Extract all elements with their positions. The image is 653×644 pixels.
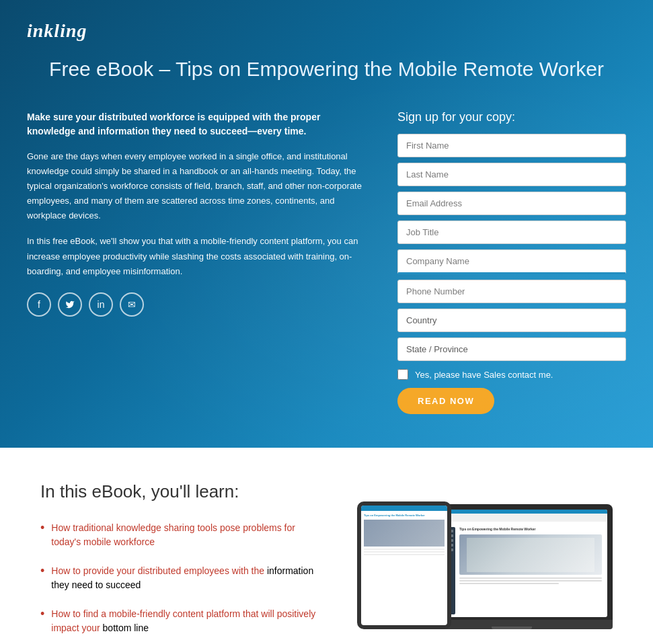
lower-title: In this eBook, you'll learn: (40, 481, 317, 502)
list-item-text-cont: bottom line (103, 622, 149, 633)
devices-mockup: Tips on Empowering the Mobile Remote Wor… (357, 481, 613, 629)
phone-number-field (397, 280, 626, 303)
phone-number-input[interactable] (397, 280, 626, 303)
list-item: How traditional knowledge sharing tools … (40, 521, 317, 549)
list-item-link-2[interactable]: How to provide your distributed employee… (51, 565, 264, 576)
tablet-line-3 (364, 554, 445, 555)
list-item: How to provide your distributed employee… (40, 564, 317, 592)
form-title: Sign up for your copy: (397, 110, 626, 124)
list-item-text: How traditional knowledge sharing tools … (51, 521, 317, 549)
job-title-input[interactable] (397, 220, 626, 244)
first-name-field (397, 134, 626, 157)
state-select[interactable]: State / Province California New York Tex… (397, 337, 626, 361)
hero-left: Make sure your distributed workforce is … (27, 110, 364, 317)
hero-para2: In this free eBook, we'll show you that … (27, 234, 364, 278)
lower-section: In this eBook, you'll learn: How traditi… (0, 448, 653, 644)
company-name-input[interactable] (397, 249, 626, 274)
logo: inkling (27, 20, 626, 42)
tablet-mockup: Tips on Empowering the Mobile Remote Wor… (357, 501, 451, 629)
laptop-text-line-1 (459, 577, 602, 579)
last-name-field (397, 163, 626, 186)
hero-section: inkling Free eBook – Tips on Empowering … (0, 0, 653, 448)
tablet-title: Tips on Empowering the Mobile Remote Wor… (364, 514, 445, 518)
hero-form-panel: Sign up for your copy: Country (397, 110, 626, 414)
laptop-main-title: Tips on Empowering the Mobile Remote Wor… (459, 527, 602, 532)
laptop-text-line-2 (459, 580, 602, 581)
email-icon[interactable]: ✉ (120, 292, 144, 317)
last-name-input[interactable] (397, 163, 626, 186)
list-item: How to find a mobile-friendly content pl… (40, 607, 317, 635)
sales-contact-row: Yes, please have Sales contact me. (397, 369, 626, 380)
sales-contact-checkbox[interactable] (397, 369, 408, 380)
list-item-text: How to provide your distributed employee… (51, 564, 317, 592)
sales-contact-label: Yes, please have Sales contact me. (415, 370, 553, 380)
country-select[interactable]: Country United States United Kingdom Can… (397, 309, 626, 332)
list-item-link-3[interactable]: How to find a mobile-friendly content pl… (51, 608, 315, 633)
country-field: Country United States United Kingdom Can… (397, 309, 626, 332)
laptop-main-image (459, 534, 602, 575)
hero-title: Free eBook – Tips on Empowering the Mobi… (27, 55, 626, 83)
tablet-image (364, 520, 445, 547)
lower-content: In this eBook, you'll learn: How traditi… (40, 481, 613, 644)
laptop-text-line-3 (459, 583, 559, 584)
company-name-field (397, 249, 626, 274)
hero-content: Make sure your distributed workforce is … (27, 110, 626, 414)
laptop-main: Tips on Empowering the Mobile Remote Wor… (459, 527, 602, 614)
hero-lead: Make sure your distributed workforce is … (27, 110, 364, 138)
list-item-link-1[interactable]: How traditional knowledge sharing tools … (51, 522, 295, 547)
tablet-screen-content: Tips on Empowering the Mobile Remote Wor… (361, 511, 447, 559)
job-title-field (397, 220, 626, 244)
laptop-image-inner (467, 538, 595, 572)
first-name-input[interactable] (397, 134, 626, 157)
facebook-icon[interactable]: f (27, 292, 51, 317)
social-icons: f in ✉ (27, 292, 364, 317)
read-now-button[interactable]: READ NOW (397, 388, 494, 414)
hero-para1: Gone are the days when every employee wo… (27, 149, 364, 223)
twitter-icon[interactable] (58, 292, 82, 317)
learn-list: How traditional knowledge sharing tools … (40, 521, 317, 635)
state-field: State / Province California New York Tex… (397, 337, 626, 361)
list-item-text: How to find a mobile-friendly content pl… (51, 607, 317, 635)
email-input[interactable] (397, 192, 626, 215)
linkedin-icon[interactable]: in (89, 292, 113, 317)
tablet-line-1 (364, 549, 445, 550)
lower-left: In this eBook, you'll learn: How traditi… (40, 481, 317, 644)
tablet-line-2 (364, 551, 445, 553)
tablet-screen-header (361, 506, 447, 511)
email-field (397, 192, 626, 215)
lower-right: Tips on Empowering the Mobile Remote Wor… (357, 481, 613, 629)
logo-text: inkling (27, 20, 87, 41)
tablet-screen: Tips on Empowering the Mobile Remote Wor… (361, 506, 447, 625)
